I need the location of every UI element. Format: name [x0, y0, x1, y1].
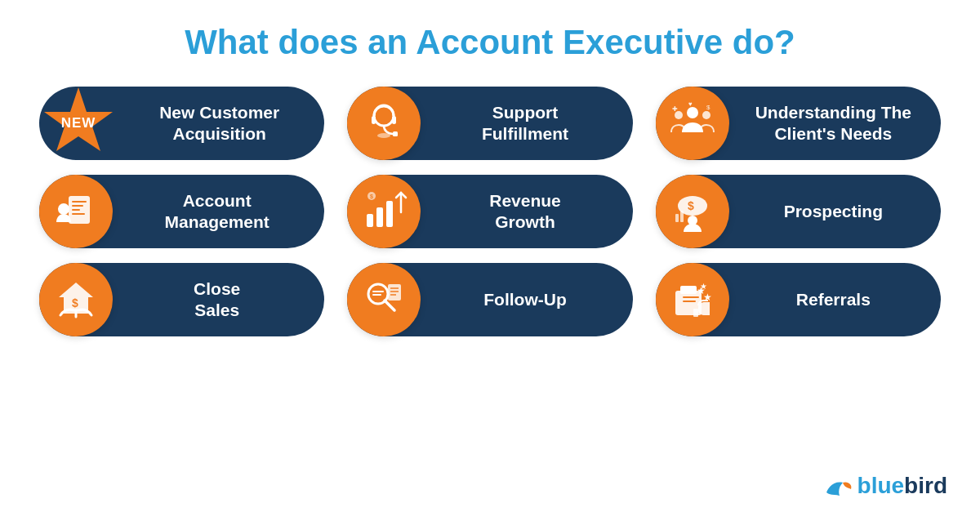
- card-referrals: ★ ★ ★ Referrals: [656, 263, 941, 336]
- card-label-prospecting: Prospecting: [729, 201, 941, 222]
- growth-svg: $: [360, 189, 408, 234]
- svg-rect-4: [393, 131, 398, 136]
- svg-rect-47: [693, 309, 698, 317]
- handshake-icon: $: [39, 263, 113, 336]
- svg-text:✚: ✚: [672, 105, 678, 113]
- card-label-new-customer: New CustomerAcquisition: [118, 102, 324, 145]
- card-new-customer: NEW New CustomerAcquisition: [39, 87, 324, 160]
- card-prospecting: $ Prospecting: [656, 175, 941, 248]
- dashboard-icon: [39, 175, 113, 248]
- followup-svg: [360, 278, 408, 322]
- handshake-svg: $: [52, 278, 100, 322]
- svg-point-5: [377, 133, 390, 138]
- svg-rect-16: [72, 213, 85, 215]
- title-highlight: Account Executive: [416, 23, 723, 61]
- prospect-svg: $: [669, 189, 716, 234]
- card-label-account-mgmt: AccountManagement: [113, 190, 324, 234]
- svg-rect-18: [367, 214, 373, 227]
- card-account-management: AccountManagement: [39, 175, 324, 248]
- page-title: What does an Account Executive do?: [0, 0, 980, 78]
- title-end: do?: [723, 23, 795, 61]
- svg-line-33: [385, 301, 394, 310]
- title-plain: What does an: [185, 23, 416, 61]
- svg-rect-15: [72, 209, 80, 211]
- svg-text:★: ★: [700, 282, 707, 291]
- svg-rect-43: [683, 301, 696, 302]
- svg-rect-20: [386, 201, 393, 227]
- svg-rect-19: [376, 207, 383, 227]
- svg-point-17: [58, 203, 69, 215]
- followup-icon: [347, 263, 421, 336]
- svg-rect-14: [72, 205, 83, 207]
- branding: bluebird: [825, 473, 947, 499]
- svg-rect-13: [72, 201, 87, 203]
- card-understanding-needs: ✚ $ ♥ Understanding TheClient's Needs: [656, 87, 941, 160]
- card-label-revenue: RevenueGrowth: [421, 190, 632, 234]
- svg-point-6: [687, 107, 698, 118]
- new-icon: NEW: [39, 84, 118, 163]
- svg-rect-2: [372, 116, 376, 124]
- growth-icon: $: [347, 175, 421, 248]
- svg-text:$: $: [706, 104, 710, 111]
- headset-svg: [362, 101, 406, 145]
- svg-rect-3: [392, 116, 396, 124]
- bird-logo-icon: [825, 474, 853, 497]
- card-label-referrals: Referrals: [729, 289, 941, 310]
- svg-rect-41: [680, 286, 697, 294]
- card-label-followup: Follow-Up: [421, 289, 632, 310]
- svg-rect-42: [683, 296, 699, 298]
- team-icon: ✚ $ ♥: [656, 87, 729, 160]
- card-label-close-sales: CloseSales: [113, 278, 324, 322]
- headset-icon: [347, 87, 421, 160]
- brand-name: bluebird: [858, 473, 947, 499]
- svg-rect-28: [680, 211, 684, 222]
- dashboard-svg: [52, 189, 100, 234]
- referral-icon: ★ ★ ★: [656, 263, 729, 336]
- new-badge-text: NEW: [61, 115, 96, 131]
- card-support-fulfillment: SupportFulfillment: [347, 87, 632, 160]
- svg-rect-27: [675, 214, 679, 222]
- svg-text:$: $: [370, 194, 373, 200]
- card-label-support: SupportFulfillment: [421, 102, 632, 145]
- team-svg: ✚ $ ♥: [669, 101, 716, 145]
- card-label-needs: Understanding TheClient's Needs: [729, 102, 941, 145]
- cards-grid: NEW New CustomerAcquisition SupportFulfi…: [0, 87, 980, 336]
- svg-rect-36: [388, 284, 401, 301]
- card-follow-up: Follow-Up: [347, 263, 632, 336]
- svg-text:♥: ♥: [688, 101, 693, 108]
- card-revenue-growth: $ RevenueGrowth: [347, 175, 632, 248]
- svg-text:$: $: [688, 199, 694, 212]
- svg-point-8: [702, 111, 710, 119]
- referral-svg: ★ ★ ★: [669, 278, 716, 322]
- card-close-sales: $ CloseSales: [39, 263, 324, 336]
- prospect-icon: $: [656, 175, 729, 248]
- brand-blue: blue: [858, 473, 905, 498]
- svg-text:$: $: [72, 296, 78, 309]
